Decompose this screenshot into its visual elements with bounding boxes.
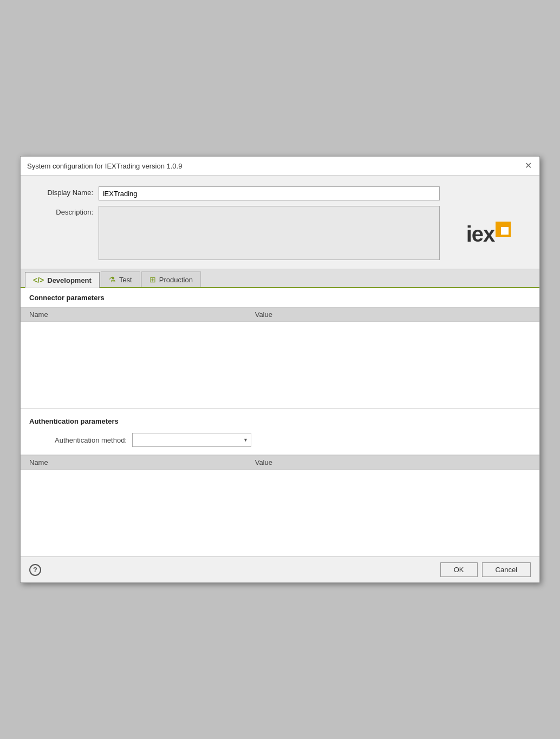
logo-area: iex xyxy=(451,186,526,260)
form-area: Display Name: Description: iex xyxy=(21,176,539,269)
content-area: Connector parameters Name Value Authenti… xyxy=(21,288,539,556)
description-row: Description: xyxy=(34,206,440,260)
auth-method-label: Authentication method: xyxy=(29,436,127,444)
help-icon-label: ? xyxy=(33,566,37,574)
auth-section: Authentication parameters Authentication… xyxy=(21,409,539,455)
logo-text: iex xyxy=(466,222,495,247)
display-name-row: Display Name: xyxy=(34,186,440,200)
dialog-title: System configuration for IEXTrading vers… xyxy=(27,162,182,170)
footer-left: ? xyxy=(29,564,41,576)
connector-params-header: Connector parameters xyxy=(21,288,539,307)
tab-development[interactable]: </> Development xyxy=(25,272,100,288)
auth-params-table: Name Value xyxy=(21,455,539,556)
footer: ? OK Cancel xyxy=(21,556,539,582)
tab-production-label: Production xyxy=(159,276,193,284)
production-icon: ⊞ xyxy=(149,275,156,284)
logo-square xyxy=(496,222,511,237)
auth-col-name: Name xyxy=(29,458,255,466)
tab-production[interactable]: ⊞ Production xyxy=(141,271,201,287)
auth-table-body xyxy=(21,470,539,556)
tab-bar: </> Development ⚗ Test ⊞ Production xyxy=(21,269,539,288)
iex-logo: iex xyxy=(466,222,511,247)
system-config-dialog: System configuration for IEXTrading vers… xyxy=(20,156,540,583)
connector-table-body xyxy=(21,322,539,409)
auth-method-select-wrapper xyxy=(132,433,251,447)
test-icon: ⚗ xyxy=(109,275,116,284)
connector-col-name: Name xyxy=(29,310,255,319)
footer-buttons: OK Cancel xyxy=(440,562,531,577)
auth-col-value: Value xyxy=(255,458,531,466)
auth-table-header: Name Value xyxy=(21,455,539,470)
ok-button[interactable]: OK xyxy=(440,562,478,577)
connector-col-value: Value xyxy=(255,310,531,319)
auth-method-row: Authentication method: xyxy=(29,429,531,451)
form-fields: Display Name: Description: xyxy=(34,186,440,260)
tab-test-label: Test xyxy=(119,276,132,284)
auth-params-header: Authentication parameters xyxy=(29,414,531,429)
tab-test[interactable]: ⚗ Test xyxy=(101,271,140,287)
title-bar: System configuration for IEXTrading vers… xyxy=(21,157,539,176)
auth-method-select[interactable] xyxy=(132,433,251,447)
description-input[interactable] xyxy=(99,206,440,260)
tab-development-label: Development xyxy=(47,276,92,284)
close-button[interactable]: ✕ xyxy=(523,161,533,171)
display-name-input[interactable] xyxy=(99,186,440,200)
cancel-button[interactable]: Cancel xyxy=(482,562,531,577)
development-icon: </> xyxy=(33,276,44,284)
help-button[interactable]: ? xyxy=(29,564,41,576)
display-name-label: Display Name: xyxy=(34,186,93,197)
description-label: Description: xyxy=(34,206,93,216)
connector-table-header: Name Value xyxy=(21,307,539,322)
